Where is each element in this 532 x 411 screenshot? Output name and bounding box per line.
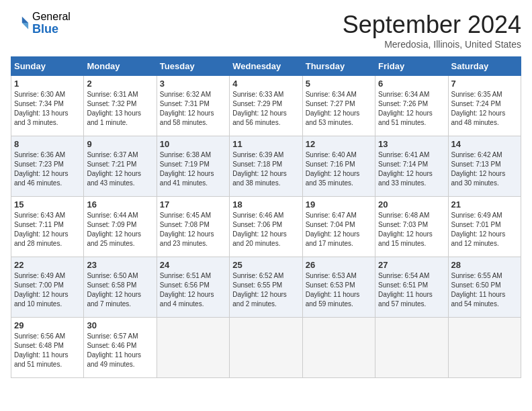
month-title: September 2024 [343,11,521,39]
table-row [157,318,229,378]
table-row: 12 Sunrise: 6:40 AMSunset: 7:16 PMDaylig… [302,136,375,197]
day-number: 18 [232,199,299,210]
day-number: 15 [14,199,81,210]
day-number: 5 [306,79,372,89]
calendar-row: 8 Sunrise: 6:36 AMSunset: 7:23 PMDayligh… [11,136,521,197]
table-row: 27 Sunrise: 6:54 AMSunset: 6:51 PMDaylig… [375,257,448,318]
svg-marker-0 [22,16,28,22]
table-row [302,318,375,378]
day-number: 22 [14,260,81,270]
day-detail: Sunrise: 6:49 AMSunset: 7:01 PMDaylight:… [451,212,506,247]
day-detail: Sunrise: 6:48 AMSunset: 7:03 PMDaylight:… [378,212,433,247]
day-number: 11 [232,139,299,149]
calendar-row: 1 Sunrise: 6:30 AMSunset: 7:34 PMDayligh… [11,76,521,136]
table-row: 11 Sunrise: 6:39 AMSunset: 7:18 PMDaylig… [230,136,302,197]
day-detail: Sunrise: 6:42 AMSunset: 7:13 PMDaylight:… [451,151,506,187]
day-detail: Sunrise: 6:53 AMSunset: 6:53 PMDaylight:… [306,272,360,308]
day-detail: Sunrise: 6:36 AMSunset: 7:23 PMDaylight:… [14,151,69,187]
day-number: 30 [87,320,153,330]
title-section: September 2024 Meredosia, Illinois, Unit… [343,11,521,50]
day-detail: Sunrise: 6:33 AMSunset: 7:29 PMDaylight:… [232,91,287,126]
day-number: 21 [451,199,518,210]
col-friday: Friday [375,57,448,76]
col-tuesday: Tuesday [157,57,229,76]
day-detail: Sunrise: 6:54 AMSunset: 6:51 PMDaylight:… [378,272,433,308]
logo: General Blue [11,11,71,36]
calendar-row: 22 Sunrise: 6:49 AMSunset: 7:00 PMDaylig… [11,257,521,318]
table-row [448,318,521,378]
day-number: 26 [306,260,372,270]
table-row: 25 Sunrise: 6:52 AMSunset: 6:55 PMDaylig… [230,257,302,318]
day-detail: Sunrise: 6:34 AMSunset: 7:27 PMDaylight:… [306,91,360,126]
day-number: 13 [378,139,445,149]
day-number: 28 [451,260,518,270]
day-number: 19 [306,199,372,210]
day-number: 12 [306,139,372,149]
day-number: 9 [87,139,153,149]
day-detail: Sunrise: 6:35 AMSunset: 7:24 PMDaylight:… [451,91,506,126]
svg-marker-1 [22,23,28,29]
logo-blue: Blue [32,23,71,36]
col-monday: Monday [84,57,157,76]
table-row: 17 Sunrise: 6:45 AMSunset: 7:08 PMDaylig… [157,197,229,257]
table-row: 7 Sunrise: 6:35 AMSunset: 7:24 PMDayligh… [448,76,521,136]
table-row: 22 Sunrise: 6:49 AMSunset: 7:00 PMDaylig… [11,257,84,318]
table-row [375,318,448,378]
table-row: 1 Sunrise: 6:30 AMSunset: 7:34 PMDayligh… [11,76,84,136]
table-row: 10 Sunrise: 6:38 AMSunset: 7:19 PMDaylig… [157,136,229,197]
table-row: 19 Sunrise: 6:47 AMSunset: 7:04 PMDaylig… [302,197,375,257]
day-number: 7 [451,79,518,89]
day-number: 6 [378,79,445,89]
logo-general: General [32,11,71,23]
table-row: 13 Sunrise: 6:41 AMSunset: 7:14 PMDaylig… [375,136,448,197]
table-row: 24 Sunrise: 6:51 AMSunset: 6:56 PMDaylig… [157,257,229,318]
table-row: 9 Sunrise: 6:37 AMSunset: 7:21 PMDayligh… [84,136,157,197]
calendar-header-row: Sunday Monday Tuesday Wednesday Thursday… [11,57,521,76]
day-detail: Sunrise: 6:31 AMSunset: 7:32 PMDaylight:… [87,91,141,126]
logo-text: General Blue [32,11,71,36]
day-detail: Sunrise: 6:55 AMSunset: 6:50 PMDaylight:… [451,272,506,308]
day-detail: Sunrise: 6:56 AMSunset: 6:48 PMDaylight:… [14,332,69,368]
day-number: 10 [160,139,226,149]
day-detail: Sunrise: 6:46 AMSunset: 7:06 PMDaylight:… [232,212,287,247]
day-detail: Sunrise: 6:38 AMSunset: 7:19 PMDaylight:… [160,151,214,187]
col-thursday: Thursday [302,57,375,76]
logo-icon [11,14,30,33]
calendar-row: 15 Sunrise: 6:43 AMSunset: 7:11 PMDaylig… [11,197,521,257]
day-detail: Sunrise: 6:49 AMSunset: 7:00 PMDaylight:… [14,272,69,308]
table-row: 18 Sunrise: 6:46 AMSunset: 7:06 PMDaylig… [230,197,302,257]
calendar-table: Sunday Monday Tuesday Wednesday Thursday… [11,56,521,378]
calendar-row: 29 Sunrise: 6:56 AMSunset: 6:48 PMDaylig… [11,318,521,378]
day-detail: Sunrise: 6:32 AMSunset: 7:31 PMDaylight:… [160,91,214,126]
col-saturday: Saturday [448,57,521,76]
table-row: 5 Sunrise: 6:34 AMSunset: 7:27 PMDayligh… [302,76,375,136]
table-row: 3 Sunrise: 6:32 AMSunset: 7:31 PMDayligh… [157,76,229,136]
day-detail: Sunrise: 6:44 AMSunset: 7:09 PMDaylight:… [87,212,141,247]
day-number: 16 [87,199,153,210]
table-row: 20 Sunrise: 6:48 AMSunset: 7:03 PMDaylig… [375,197,448,257]
day-detail: Sunrise: 6:50 AMSunset: 6:58 PMDaylight:… [87,272,141,308]
day-number: 4 [232,79,299,89]
col-wednesday: Wednesday [230,57,302,76]
day-number: 2 [87,79,153,89]
day-number: 27 [378,260,445,270]
day-detail: Sunrise: 6:41 AMSunset: 7:14 PMDaylight:… [378,151,433,187]
table-row: 15 Sunrise: 6:43 AMSunset: 7:11 PMDaylig… [11,197,84,257]
day-number: 14 [451,139,518,149]
day-number: 29 [14,320,81,330]
table-row: 23 Sunrise: 6:50 AMSunset: 6:58 PMDaylig… [84,257,157,318]
day-detail: Sunrise: 6:30 AMSunset: 7:34 PMDaylight:… [14,91,69,126]
day-number: 8 [14,139,81,149]
table-row: 6 Sunrise: 6:34 AMSunset: 7:26 PMDayligh… [375,76,448,136]
table-row: 2 Sunrise: 6:31 AMSunset: 7:32 PMDayligh… [84,76,157,136]
day-detail: Sunrise: 6:34 AMSunset: 7:26 PMDaylight:… [378,91,433,126]
day-detail: Sunrise: 6:40 AMSunset: 7:16 PMDaylight:… [306,151,360,187]
day-detail: Sunrise: 6:47 AMSunset: 7:04 PMDaylight:… [306,212,360,247]
page-header: General Blue September 2024 Meredosia, I… [11,11,521,50]
day-detail: Sunrise: 6:57 AMSunset: 6:46 PMDaylight:… [87,332,141,368]
day-number: 25 [232,260,299,270]
day-number: 23 [87,260,153,270]
day-detail: Sunrise: 6:43 AMSunset: 7:11 PMDaylight:… [14,212,69,247]
table-row: 14 Sunrise: 6:42 AMSunset: 7:13 PMDaylig… [448,136,521,197]
day-detail: Sunrise: 6:45 AMSunset: 7:08 PMDaylight:… [160,212,214,247]
